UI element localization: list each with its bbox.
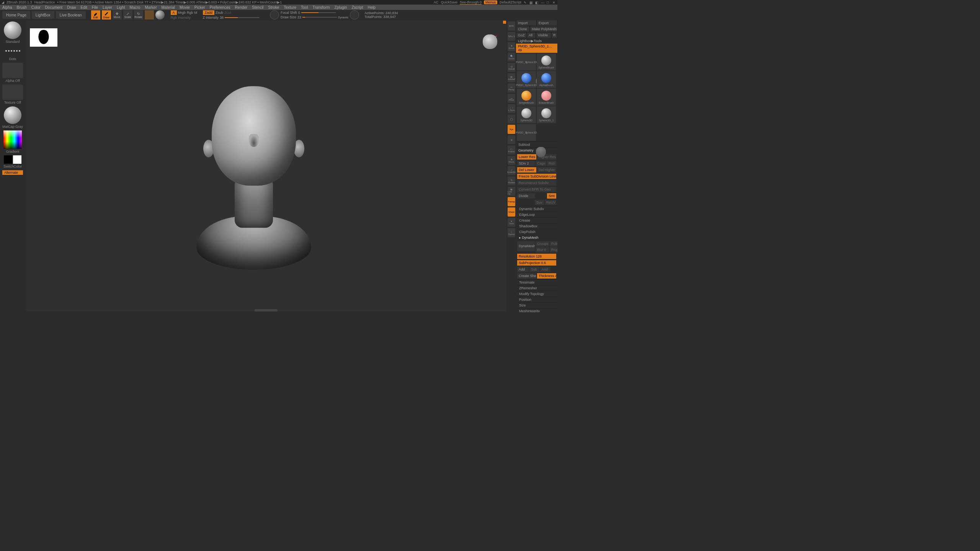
geo-modify-topology[interactable]: Modify Topology — [517, 291, 557, 297]
resolution-slider[interactable]: Resolution 128 — [517, 254, 556, 259]
stroke-selector[interactable] — [5, 46, 20, 56]
move-button[interactable]: ✥Move — [508, 156, 515, 165]
geo-tessimate[interactable]: Tessimate — [517, 279, 557, 285]
m-toggle[interactable]: M — [194, 11, 198, 15]
scale-mode-button[interactable]: ⤢Scale — [123, 10, 132, 20]
menu-color[interactable]: Color — [31, 5, 41, 10]
smt-toggle[interactable]: Smt — [547, 193, 556, 199]
edit-mode-button[interactable]: Edit — [91, 10, 100, 20]
goz-all-button[interactable]: All — [527, 33, 536, 38]
zcut-toggle[interactable]: Zcut — [224, 11, 231, 15]
layout-icon[interactable]: ◧ — [535, 1, 539, 4]
move-mode-button[interactable]: ✥Move — [113, 10, 122, 20]
menu-brush[interactable]: Brush — [17, 5, 27, 10]
goz-r-button[interactable]: R — [552, 33, 557, 38]
actual-button[interactable]: ◎Actual — [508, 63, 515, 72]
zoom-button[interactable]: 🔍Zoom — [508, 52, 515, 62]
spix-button[interactable]: SPix 3 — [508, 32, 515, 41]
dynamesh-polish[interactable]: Polish — [550, 241, 557, 246]
cam-head-icon[interactable] — [483, 34, 497, 49]
section-subtool[interactable]: Subtool — [516, 142, 557, 147]
menu-preferences[interactable]: Preferences — [210, 5, 230, 10]
geo-dynamic-subdiv[interactable]: Dynamic Subdiv — [517, 206, 557, 212]
rgb-toggle[interactable]: Rgb — [187, 11, 193, 15]
secondary-color-swatch[interactable] — [4, 155, 12, 164]
suv-toggle[interactable]: Suv — [535, 200, 544, 205]
dynamesh-button[interactable]: DynaMesh — [517, 241, 535, 251]
menu-texture[interactable]: Texture — [284, 5, 296, 10]
scale-button[interactable]: ⤢Scale3D — [508, 166, 515, 175]
clone-button[interactable]: Clone — [516, 26, 529, 32]
draw-mode-button[interactable]: Draw — [102, 10, 111, 20]
geo-shadowbox[interactable]: ShadowBox — [517, 223, 557, 229]
ghost-button[interactable]: Ghost — [508, 207, 515, 217]
material-selector[interactable] — [4, 106, 21, 124]
reference-thumbnail[interactable] — [30, 28, 57, 47]
bool-and[interactable]: And — [540, 267, 550, 272]
dynamesh-blur[interactable]: Blur 0 — [536, 247, 549, 253]
goz-button[interactable]: GoZ — [516, 33, 526, 38]
transp-button[interactable]: Transp — [508, 197, 515, 206]
section-dynamesh[interactable]: ▸ DynaMesh — [517, 235, 557, 240]
floor-button[interactable]: ▁Floor — [508, 94, 515, 103]
geo-crease[interactable]: Crease — [517, 217, 557, 223]
bpr-button[interactable]: BPR — [508, 21, 515, 31]
menu-marker[interactable]: Marker — [145, 5, 157, 10]
mrgb-toggle[interactable]: Mrgb — [178, 11, 186, 15]
live-boolean-button[interactable]: Live Boolean — [56, 11, 86, 19]
brush-selector[interactable] — [4, 21, 21, 39]
focal-shift-slider[interactable] — [301, 12, 336, 13]
menu-help[interactable]: Help — [368, 5, 376, 10]
alternate-button[interactable]: Alternate — [2, 170, 23, 175]
geo-meshintegrity[interactable]: MeshIntegrity — [517, 308, 557, 312]
linefill-button[interactable]: ▦Line Fill — [508, 187, 515, 196]
sculptris-button[interactable] — [155, 10, 165, 20]
grid-icon[interactable]: ▦ — [529, 1, 533, 4]
menu-movie[interactable]: Movie — [180, 5, 190, 10]
create-shell-button[interactable]: Create Shell — [517, 273, 536, 279]
zadd-toggle[interactable]: Zadd — [203, 10, 215, 15]
rotate-mode-button[interactable]: ↻Rotate — [134, 10, 143, 20]
menu-file[interactable]: File — [92, 5, 98, 10]
color-picker[interactable] — [3, 130, 22, 149]
frame-button[interactable]: ▢Frame — [508, 145, 515, 155]
quicksave-button[interactable]: QuickSave — [441, 0, 457, 4]
geo-position[interactable]: Position — [517, 297, 557, 302]
reuv-button[interactable]: ReUV — [545, 200, 556, 205]
menu-document[interactable]: Document — [45, 5, 63, 10]
convert-bpr-button[interactable]: Convert BPR To Geo — [517, 187, 556, 192]
pf-button[interactable]: ⊕ — [508, 135, 515, 144]
del-higher-button[interactable]: Del Higher — [537, 167, 556, 173]
geo-size[interactable]: Size — [517, 302, 557, 308]
seethrough-slider[interactable]: See-through 0 — [460, 0, 482, 5]
rotate-button[interactable]: ↻Rotate — [508, 176, 515, 186]
geo-edgeloop[interactable]: EdgeLoop — [517, 212, 557, 217]
geo-claypolish[interactable]: ClayPolish — [517, 229, 557, 235]
del-lower-button[interactable]: Del Lower — [517, 167, 536, 173]
zsub-toggle[interactable]: Zsub — [216, 11, 223, 15]
note-icon[interactable]: ✎ — [524, 1, 527, 4]
alpha-selector[interactable] — [2, 63, 23, 78]
bool-sub[interactable]: Sub — [529, 267, 539, 272]
draw-size-slider[interactable] — [302, 17, 337, 18]
goz-visible-button[interactable]: Visible — [536, 33, 551, 38]
sdiv-slider[interactable]: SDiv 2 — [517, 161, 535, 166]
menu-render[interactable]: Render — [235, 5, 248, 10]
tool-thumb[interactable]: AlphaBrush — [537, 71, 556, 88]
tool-thumb[interactable]: Sphere3D — [517, 106, 536, 123]
tool-thumb[interactable]: EraserBrush — [537, 89, 556, 106]
scroll-button[interactable]: ✥Scroll — [508, 42, 515, 51]
primary-color-swatch[interactable] — [13, 155, 21, 164]
focal-curve-icon[interactable] — [270, 10, 279, 20]
menu-macro[interactable]: Macro — [130, 5, 140, 10]
menus-toggle[interactable]: Menus — [484, 0, 497, 4]
tool-thumb[interactable]: Sphere3D_1 — [537, 106, 556, 123]
persp-button[interactable]: ▭Persp — [508, 83, 515, 93]
lsym-button[interactable]: ⋮⋮L.Sym — [508, 104, 515, 113]
home-page-button[interactable]: Home Page — [2, 11, 30, 19]
reconstruct-subdiv-button[interactable]: Reconstruct Subdiv — [517, 180, 556, 186]
lightbox-tools-button[interactable]: Lightbox▶Tools — [516, 38, 557, 44]
tool-thumb[interactable]: PM3D_Sphere3D2 — [517, 54, 536, 70]
menu-picker[interactable]: Picker — [194, 5, 205, 10]
menu-zplugin[interactable]: Zplugin — [335, 5, 347, 10]
